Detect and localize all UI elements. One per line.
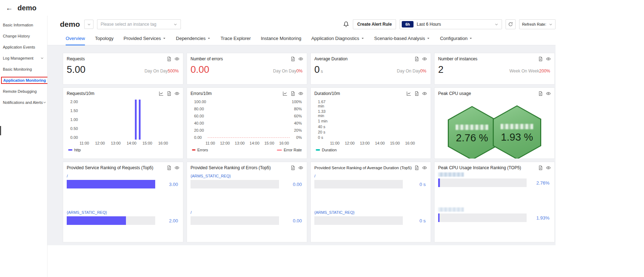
- line-chart-icon[interactable]: [159, 91, 164, 96]
- cpu-hexagon-instance-1[interactable]: 2.76 %: [448, 106, 496, 159]
- sidebar-item-application-events[interactable]: Application Events: [0, 41, 47, 52]
- service-link[interactable]: /: [191, 210, 192, 215]
- rank-bar: [438, 213, 527, 222]
- eye-icon[interactable]: [174, 56, 179, 61]
- eye-icon[interactable]: [422, 56, 427, 61]
- eye-icon[interactable]: [546, 91, 551, 96]
- report-icon[interactable]: [414, 56, 419, 61]
- report-icon[interactable]: [167, 91, 172, 96]
- rank-item: / 0.00: [191, 209, 302, 225]
- tick: 0%: [290, 135, 302, 140]
- sidebar: Basic Information Change History Applica…: [0, 16, 47, 277]
- chart-legend: http: [63, 145, 183, 152]
- service-link[interactable]: {ARMS_STATIC_REQ}: [191, 174, 231, 178]
- tab-scenario-based-analysis[interactable]: Scenario-based Analysis: [374, 32, 430, 45]
- refresh-button[interactable]: [506, 19, 516, 29]
- scrollbar-thumb[interactable]: [0, 126, 1, 135]
- tick: 20.00: [194, 128, 207, 132]
- tick: 11:00: [206, 141, 215, 145]
- legend-item-errors[interactable]: Errors: [192, 148, 208, 152]
- sidebar-item-application-monitoring[interactable]: Application Monitoring: [0, 75, 47, 86]
- report-icon[interactable]: [538, 91, 543, 96]
- refresh-icon: [508, 22, 513, 27]
- tick: 0.00: [70, 135, 80, 140]
- service-link[interactable]: {ARMS_STATIC_REQ}: [67, 210, 107, 215]
- eye-icon[interactable]: [546, 56, 551, 61]
- tab-configuration[interactable]: Configuration: [440, 32, 472, 45]
- eye-icon[interactable]: [174, 165, 179, 170]
- report-icon[interactable]: [167, 56, 172, 61]
- report-icon[interactable]: [538, 56, 543, 61]
- report-icon[interactable]: [414, 91, 419, 96]
- tab-application-diagnostics[interactable]: Application Diagnostics: [311, 32, 364, 45]
- sidebar-item-basic-information[interactable]: Basic Information: [0, 19, 47, 30]
- kpi-card-number-of-instances: Number of instances 2 Week On Week200%: [434, 53, 555, 85]
- time-range-select[interactable]: 6h Last 6 Hours: [400, 19, 502, 29]
- sidebar-item-change-history[interactable]: Change History: [0, 30, 47, 41]
- cpu-usage-value: 1.93 %: [493, 131, 541, 143]
- card-title: Requests: [67, 56, 85, 61]
- tab-provided-services[interactable]: Provided Services: [123, 32, 166, 45]
- legend-item-duration[interactable]: Duration: [316, 148, 337, 152]
- tick: 0.50: [70, 126, 80, 131]
- eye-icon[interactable]: [422, 91, 427, 96]
- report-icon[interactable]: [167, 165, 172, 170]
- instance-tag-select[interactable]: Please select an instance tag: [97, 19, 181, 29]
- report-icon[interactable]: [290, 56, 295, 61]
- kpi-unit: s: [321, 69, 323, 74]
- tick: 13:00: [235, 141, 245, 145]
- kpi-value: 5.00: [67, 64, 86, 75]
- legend-item-error-rate[interactable]: Error Rate: [277, 148, 302, 152]
- app-switcher-dropdown-button[interactable]: [84, 20, 93, 29]
- create-alert-rule-button[interactable]: Create Alert Rule: [353, 19, 396, 29]
- report-icon[interactable]: [538, 165, 543, 170]
- tab-topology[interactable]: Topology: [95, 32, 113, 45]
- rank-value: 0 s: [407, 218, 426, 223]
- service-link[interactable]: /: [314, 174, 315, 178]
- card-title: Number of errors: [191, 56, 223, 61]
- kpi-value: 0s: [314, 64, 323, 75]
- tab-dependencies[interactable]: Dependencies: [176, 32, 211, 45]
- refresh-rate-select[interactable]: Refresh Rate:: [519, 19, 556, 29]
- line-chart-icon[interactable]: [406, 91, 411, 96]
- tick: 16:00: [405, 141, 415, 145]
- tab-instance-monitoring[interactable]: Instance Monitoring: [261, 32, 301, 45]
- tab-trace-explorer[interactable]: Trace Explorer: [220, 32, 251, 45]
- tick: 0.00: [194, 135, 207, 140]
- duration-line-plot[interactable]: [332, 100, 426, 140]
- service-link[interactable]: /: [67, 174, 68, 178]
- sidebar-item-notifications-and-alerts[interactable]: Notifications and Alerts: [0, 97, 47, 108]
- tick: 13:00: [111, 141, 121, 145]
- tab-overview[interactable]: Overview: [66, 32, 85, 45]
- report-icon[interactable]: [290, 165, 295, 170]
- tick: 20 s: [318, 130, 332, 134]
- report-icon[interactable]: [290, 91, 295, 96]
- legend-item-http[interactable]: http: [68, 148, 81, 152]
- eye-icon[interactable]: [298, 91, 303, 96]
- back-arrow-icon[interactable]: ←: [6, 4, 13, 12]
- line-chart-icon[interactable]: [283, 91, 288, 96]
- errors-line-plot[interactable]: [207, 100, 290, 140]
- requests-bar-plot[interactable]: [80, 100, 178, 140]
- bar-http: [135, 100, 137, 140]
- time-range-label: Last 6 Hours: [417, 22, 491, 27]
- tick: 15:00: [264, 141, 274, 145]
- chart-legend: Duration: [311, 145, 431, 152]
- chevron-down-icon: [549, 22, 553, 26]
- sidebar-item-log-management[interactable]: Log Management: [0, 52, 47, 64]
- sidebar-item-basic-monitoring[interactable]: Basic Monitoring: [0, 64, 47, 75]
- cpu-hexagon-instance-2[interactable]: 1.93 %: [493, 105, 541, 159]
- dropdown-caret-icon: [469, 37, 472, 40]
- report-icon[interactable]: [414, 165, 419, 170]
- alarm-bell-button[interactable]: [343, 21, 349, 27]
- eye-icon[interactable]: [174, 91, 179, 96]
- eye-icon[interactable]: [298, 165, 303, 170]
- sidebar-item-remote-debugging[interactable]: Remote Debugging: [0, 86, 47, 97]
- eye-icon[interactable]: [546, 165, 551, 170]
- eye-icon[interactable]: [298, 56, 303, 61]
- service-link[interactable]: {ARMS_STATIC_REQ}: [314, 210, 355, 215]
- rank-bar: [191, 216, 279, 225]
- eye-icon[interactable]: [422, 165, 427, 170]
- time-range-badge: 6h: [402, 21, 414, 27]
- rank-item: / 3.00: [67, 172, 178, 188]
